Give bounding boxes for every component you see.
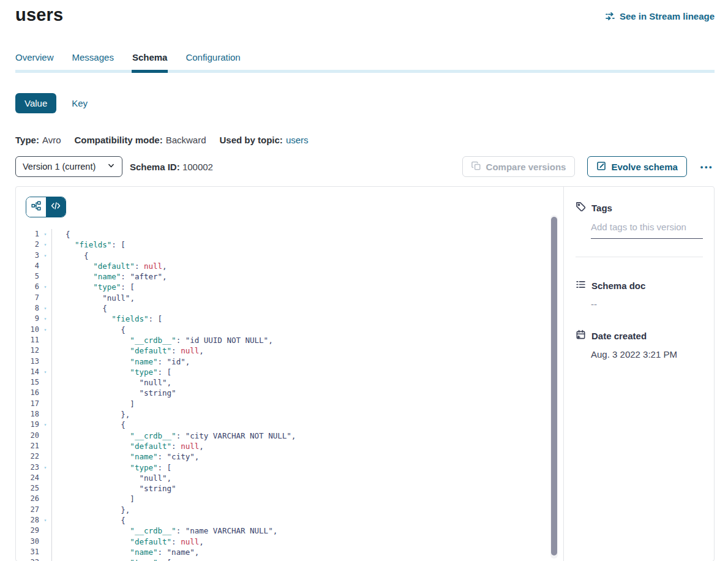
code-text: { [52, 303, 107, 314]
code-line: 2▾ "fields": [ [16, 239, 563, 250]
used-by-topic-link[interactable]: users [286, 135, 309, 145]
schema-panel: 1▾{2▾ "fields": [3▾ {4 "default": null,5… [15, 186, 715, 561]
value-toggle-button[interactable]: Value [15, 93, 56, 113]
line-number: 8 [16, 303, 39, 314]
schema-sidebar: Tags Schema doc -- [564, 187, 714, 561]
code-gutter: 31 [16, 547, 52, 557]
code-gutter: 22 [16, 451, 52, 462]
fold-toggle-icon[interactable]: ▾ [39, 239, 51, 250]
type-field: Type:Avro [15, 135, 61, 145]
code-gutter: 15 [16, 377, 52, 388]
code-gutter: 12 [16, 345, 52, 356]
fold-toggle-icon[interactable]: ▾ [39, 229, 51, 239]
line-number: 32 [16, 557, 39, 561]
add-tags-input[interactable] [591, 222, 703, 239]
fold-toggle-icon[interactable]: ▾ [39, 420, 51, 430]
compare-versions-icon [471, 161, 481, 173]
version-select[interactable]: Version 1 (current) [15, 156, 122, 177]
code-text: { [52, 250, 89, 261]
code-gutter: 17 [16, 399, 52, 409]
fold-toggle-icon[interactable]: ▾ [39, 282, 51, 292]
tab-overview[interactable]: Overview [15, 52, 54, 70]
code-gutter: 30 [16, 537, 52, 547]
fold-toggle-icon[interactable]: ▾ [39, 515, 51, 525]
evolve-schema-button[interactable]: Evolve schema [587, 156, 686, 177]
fold-toggle-icon [39, 431, 51, 441]
code-text: }, [52, 505, 130, 515]
sidebar-divider [576, 257, 703, 257]
type-label: Type: [15, 135, 39, 145]
line-number: 1 [16, 229, 39, 239]
page-title: users [15, 5, 63, 25]
value-key-toggle: Value Key [15, 93, 715, 113]
fold-toggle-icon[interactable]: ▾ [39, 314, 51, 324]
code-line: 8▾ { [16, 303, 563, 314]
code-line: 26 ] [16, 494, 563, 504]
code-line: 30 "default": null, [16, 537, 563, 547]
code-text: "null", [52, 473, 171, 483]
fold-toggle-icon[interactable]: ▾ [39, 250, 51, 261]
code-text: }, [52, 409, 130, 420]
code-line: 31 "name": "name", [16, 547, 563, 557]
line-number: 28 [16, 515, 39, 525]
line-number: 9 [16, 314, 39, 324]
line-number: 13 [16, 356, 39, 367]
line-number: 26 [16, 494, 39, 504]
code-line: 15 "null", [16, 377, 563, 388]
compare-versions-button[interactable]: Compare versions [462, 156, 576, 177]
code-text: "string" [52, 388, 176, 398]
code-view-toggle[interactable] [46, 197, 66, 217]
code-line: 4 "default": null, [16, 261, 563, 271]
code-text: { [52, 325, 126, 335]
line-number: 21 [16, 441, 39, 451]
tab-bar: Overview Messages Schema Configuration [15, 52, 715, 73]
stream-lineage-icon [605, 12, 615, 21]
code-line: 6▾ "type": [ [16, 282, 563, 292]
code-line: 22 "name": "city", [16, 451, 563, 462]
fold-toggle-icon[interactable]: ▾ [39, 557, 51, 561]
tab-configuration[interactable]: Configuration [186, 52, 240, 70]
tab-messages[interactable]: Messages [72, 52, 114, 70]
tags-section-header: Tags [576, 201, 703, 214]
line-number: 20 [16, 431, 39, 441]
line-number: 5 [16, 271, 39, 282]
code-text: "fields": [ [52, 314, 162, 324]
see-in-stream-lineage-link[interactable]: See in Stream lineage [605, 11, 715, 21]
line-number: 24 [16, 473, 39, 483]
fold-toggle-icon[interactable]: ▾ [39, 325, 51, 335]
type-value: Avro [42, 135, 61, 145]
version-bar: Version 1 (current) Schema ID: 100002 Co… [15, 156, 715, 177]
lineage-link-label: See in Stream lineage [620, 11, 715, 21]
compatibility-field: Compatibility mode:Backward [74, 135, 206, 145]
line-number: 2 [16, 239, 39, 250]
used-by-topic-field: Used by topic:users [220, 135, 309, 145]
date-created-value: Aug. 3 2022 3:21 PM [591, 349, 703, 360]
code-gutter: 28▾ [16, 515, 52, 525]
code-line: 7 "null", [16, 293, 563, 303]
code-gutter: 29 [16, 525, 52, 536]
code-gutter: 6▾ [16, 282, 52, 292]
fold-toggle-icon[interactable]: ▾ [39, 462, 51, 473]
scrollbar-thumb[interactable] [551, 217, 557, 555]
fold-toggle-icon[interactable]: ▾ [39, 303, 51, 314]
key-toggle-link[interactable]: Key [72, 98, 88, 108]
code-gutter: 13 [16, 356, 52, 367]
line-number: 11 [16, 335, 39, 345]
tab-schema[interactable]: Schema [132, 52, 168, 70]
code-text: { [52, 515, 126, 525]
more-actions-button[interactable]: ••• [699, 160, 715, 174]
fold-toggle-icon [39, 525, 51, 536]
code-gutter: 19▾ [16, 420, 52, 430]
date-created-title: Date created [591, 331, 647, 341]
tree-view-toggle[interactable] [26, 197, 46, 217]
evolve-schema-label: Evolve schema [611, 162, 677, 172]
code-text: "__crdb__": "id UUID NOT NULL", [52, 335, 273, 345]
schema-meta-row: Type:Avro Compatibility mode:Backward Us… [15, 135, 715, 145]
used-by-topic-label: Used by topic: [220, 135, 283, 145]
fold-toggle-icon [39, 399, 51, 409]
page-header: users See in Stream lineage [15, 5, 715, 25]
fold-toggle-icon[interactable]: ▾ [39, 367, 51, 377]
code-text: { [52, 420, 126, 430]
list-icon [576, 279, 586, 292]
code-line: 32▾ "type": [ [16, 557, 563, 561]
